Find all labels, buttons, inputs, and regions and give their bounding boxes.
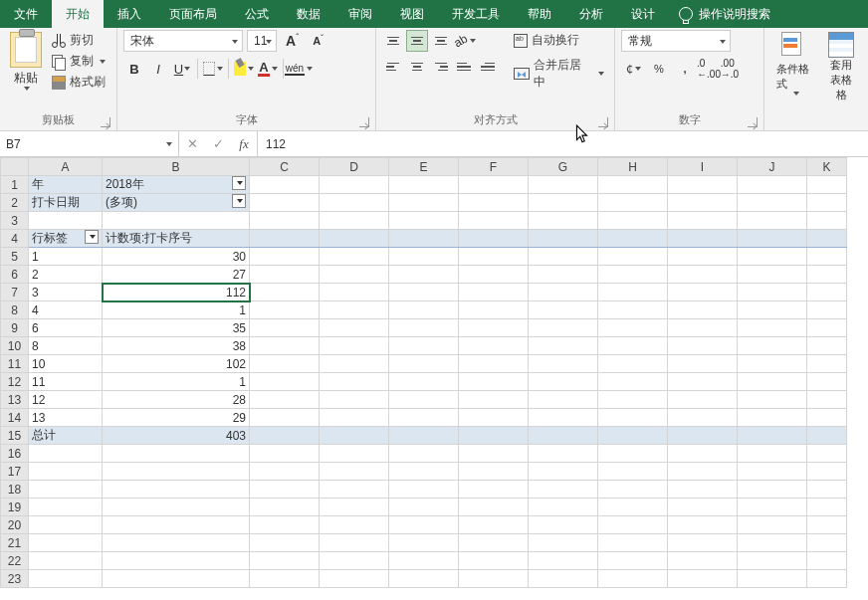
cell[interactable] xyxy=(250,570,320,588)
cell[interactable] xyxy=(459,427,529,445)
row-6[interactable]: 6 xyxy=(1,266,29,284)
cell[interactable] xyxy=(389,499,459,516)
cell[interactable] xyxy=(598,248,668,266)
cell[interactable] xyxy=(738,355,807,373)
comma-format-button[interactable]: , xyxy=(673,58,697,80)
cell[interactable] xyxy=(250,391,320,409)
decrease-font-button[interactable]: Aˇ xyxy=(308,32,328,50)
cell[interactable] xyxy=(459,194,529,212)
cell[interactable] xyxy=(459,409,529,427)
cell[interactable] xyxy=(668,355,738,373)
cell[interactable] xyxy=(598,552,668,570)
cell[interactable] xyxy=(598,355,668,373)
cell[interactable] xyxy=(250,194,320,212)
column-headers[interactable]: A B C D E F G H I J K xyxy=(1,158,847,176)
cell[interactable] xyxy=(459,176,529,194)
cell[interactable] xyxy=(320,194,389,212)
italic-button[interactable]: I xyxy=(147,58,169,80)
cell-B1[interactable]: 2018年 xyxy=(103,176,250,194)
cell[interactable] xyxy=(250,445,320,463)
cell[interactable] xyxy=(320,230,389,248)
cell[interactable] xyxy=(807,445,847,463)
cell[interactable] xyxy=(320,212,389,230)
cell-A4[interactable]: 行标签 xyxy=(29,230,103,248)
cell[interactable] xyxy=(738,248,807,266)
tab-pagelayout[interactable]: 页面布局 xyxy=(155,0,231,28)
tab-view[interactable]: 视图 xyxy=(386,0,438,28)
cell[interactable] xyxy=(320,391,389,409)
cell-A2[interactable]: 打卡日期 xyxy=(29,194,103,212)
row-5[interactable]: 5 xyxy=(1,248,29,266)
cell[interactable] xyxy=(529,319,598,337)
cell[interactable] xyxy=(250,499,320,516)
cell[interactable] xyxy=(459,481,529,499)
cell-A1[interactable]: 年 xyxy=(29,176,103,194)
cell[interactable] xyxy=(103,534,250,552)
cell[interactable] xyxy=(320,534,389,552)
cell[interactable] xyxy=(668,534,738,552)
cell[interactable] xyxy=(807,409,847,427)
row-15[interactable]: 15 xyxy=(1,427,29,445)
align-left-button[interactable] xyxy=(382,56,404,78)
cell-A6[interactable]: 2 xyxy=(29,266,103,284)
cell[interactable] xyxy=(529,499,598,516)
cell[interactable] xyxy=(598,463,668,481)
insert-function-button[interactable]: fx xyxy=(231,136,257,152)
cell[interactable] xyxy=(250,355,320,373)
filter-button[interactable] xyxy=(232,176,246,190)
name-box[interactable]: B7 xyxy=(0,131,179,156)
cell[interactable] xyxy=(529,212,598,230)
cell[interactable] xyxy=(103,499,250,516)
align-center-button[interactable] xyxy=(406,56,428,78)
row-21[interactable]: 21 xyxy=(1,534,29,552)
copy-button[interactable]: 复制 xyxy=(48,51,109,72)
cell[interactable] xyxy=(668,409,738,427)
cell[interactable] xyxy=(459,445,529,463)
formula-input[interactable]: 112 xyxy=(258,131,868,156)
cell[interactable] xyxy=(250,534,320,552)
phonetic-button[interactable]: wén xyxy=(288,58,310,80)
cell[interactable] xyxy=(807,176,847,194)
align-middle-button[interactable] xyxy=(406,30,428,52)
increase-indent-button[interactable] xyxy=(478,56,500,78)
cut-button[interactable]: 剪切 xyxy=(48,30,109,51)
cell[interactable] xyxy=(807,337,847,355)
cell[interactable] xyxy=(320,337,389,355)
col-J[interactable]: J xyxy=(738,158,807,176)
cell-B9[interactable]: 35 xyxy=(103,319,250,337)
row-14[interactable]: 14 xyxy=(1,409,29,427)
decrease-decimal-button[interactable]: .00→.0 xyxy=(720,58,740,80)
cell[interactable] xyxy=(103,445,250,463)
cell[interactable] xyxy=(807,373,847,391)
cell[interactable] xyxy=(103,212,250,230)
cell[interactable] xyxy=(529,427,598,445)
cell[interactable] xyxy=(598,337,668,355)
col-F[interactable]: F xyxy=(459,158,529,176)
cell[interactable] xyxy=(250,463,320,481)
underline-button[interactable]: U xyxy=(171,58,193,80)
cell[interactable] xyxy=(389,445,459,463)
cell[interactable] xyxy=(529,445,598,463)
cell[interactable] xyxy=(807,194,847,212)
cell[interactable] xyxy=(250,552,320,570)
cell[interactable] xyxy=(320,516,389,534)
spreadsheet[interactable]: A B C D E F G H I J K 1 年 2018年 2 打卡日期 (… xyxy=(0,157,868,588)
align-top-button[interactable] xyxy=(382,30,404,52)
cell[interactable] xyxy=(738,463,807,481)
cell[interactable] xyxy=(598,481,668,499)
cell[interactable] xyxy=(459,373,529,391)
cell[interactable] xyxy=(807,463,847,481)
col-A[interactable]: A xyxy=(29,158,103,176)
row-16[interactable]: 16 xyxy=(1,445,29,463)
cell[interactable] xyxy=(738,266,807,284)
cell[interactable] xyxy=(320,284,389,301)
cell[interactable] xyxy=(807,552,847,570)
cell[interactable] xyxy=(459,463,529,481)
merge-center-button[interactable]: 合并后居中 xyxy=(510,55,608,93)
cell[interactable] xyxy=(529,301,598,319)
cell[interactable] xyxy=(320,355,389,373)
cell[interactable] xyxy=(459,534,529,552)
row-13[interactable]: 13 xyxy=(1,391,29,409)
cell[interactable] xyxy=(29,516,103,534)
cell[interactable] xyxy=(250,230,320,248)
